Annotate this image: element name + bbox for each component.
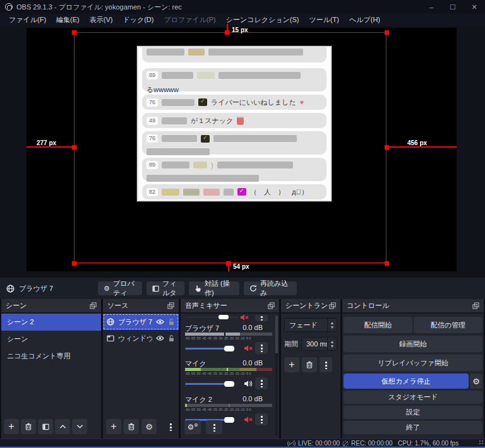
move-scene-up-button[interactable] bbox=[55, 419, 70, 434]
stop-virtual-camera-button[interactable]: 仮想カメラ停止 bbox=[344, 374, 469, 389]
stream-inactive-icon bbox=[287, 440, 296, 447]
audio-mixer-panel: 音声ミキサー ブラウザ 7 0.0 dB -60 -55 -50 -45 -40… bbox=[181, 299, 279, 439]
channel-menu-button[interactable] bbox=[255, 377, 268, 389]
maximize-button[interactable]: ☐ bbox=[442, 0, 464, 14]
popout-icon[interactable] bbox=[167, 302, 174, 309]
hand-pointer-icon bbox=[195, 285, 201, 292]
transition-select[interactable]: フェード ▲▼ bbox=[284, 318, 337, 332]
source-selection-rect[interactable] bbox=[74, 32, 386, 263]
visibility-eye-icon[interactable] bbox=[156, 335, 164, 341]
channel-menu-button[interactable] bbox=[255, 413, 268, 425]
mixer-scrollbar[interactable] bbox=[275, 315, 278, 436]
volume-slider-knob[interactable] bbox=[219, 315, 229, 319]
mute-speaker-icon[interactable] bbox=[244, 416, 253, 423]
spinner-arrows-icon[interactable]: ▲▼ bbox=[327, 319, 337, 331]
popout-icon[interactable] bbox=[90, 302, 97, 309]
menu-dock[interactable]: ドック(D) bbox=[117, 14, 159, 25]
trash-icon bbox=[25, 423, 32, 430]
source-item-windowcapture[interactable]: ウィンドウキ bbox=[103, 330, 179, 346]
obs-window: OBS 29.1.3 - プロファイル: yokogamen - シーン: re… bbox=[0, 0, 485, 448]
channel-menu-button[interactable] bbox=[255, 315, 268, 321]
properties-button[interactable]: ⚙ プロパティ bbox=[98, 281, 142, 295]
visibility-eye-icon[interactable] bbox=[156, 319, 164, 325]
transitions-panel: シーントランジ... フェード ▲▼ 期間 300 ms ▲▼ + bbox=[281, 299, 340, 439]
volume-slider[interactable] bbox=[185, 345, 239, 351]
advanced-audio-button[interactable]: ⚙⚙ bbox=[184, 420, 201, 434]
mute-speaker-icon[interactable] bbox=[240, 315, 249, 321]
channel-name: マイク 2 bbox=[185, 395, 212, 404]
lock-icon[interactable] bbox=[168, 318, 175, 326]
add-scene-button[interactable]: + bbox=[4, 419, 19, 434]
gear-icon: ⚙ bbox=[145, 422, 153, 432]
start-replay-buffer-button[interactable]: リプレイバッファ開始 bbox=[344, 355, 482, 371]
obs-logo-icon bbox=[5, 3, 13, 11]
source-properties-button[interactable]: ⚙ bbox=[141, 419, 157, 434]
volume-slider-knob[interactable] bbox=[224, 381, 234, 387]
volume-slider[interactable] bbox=[185, 380, 239, 387]
scene-item-nicolive[interactable]: ニコ生コメント専用 bbox=[1, 348, 101, 365]
duration-spinbox[interactable]: 300 ms ▲▼ bbox=[301, 337, 337, 351]
menu-help[interactable]: ヘルプ(H) bbox=[344, 14, 385, 25]
settings-button[interactable]: 設定 bbox=[344, 406, 482, 419]
start-streaming-button[interactable]: 配信開始 bbox=[344, 317, 412, 333]
sources-more-button[interactable] bbox=[165, 419, 176, 434]
rec-time: REC: 00:00:00 bbox=[351, 440, 393, 447]
scene-item-scene[interactable]: シーン bbox=[1, 331, 101, 348]
volume-slider-knob[interactable] bbox=[224, 417, 234, 423]
virtual-camera-settings-button[interactable]: ⚙ bbox=[470, 374, 482, 389]
spinner-arrows-icon[interactable]: ▲▼ bbox=[327, 338, 337, 350]
popout-icon[interactable] bbox=[268, 302, 275, 309]
manage-broadcast-button[interactable]: 配信の管理 bbox=[414, 317, 482, 333]
popout-icon[interactable] bbox=[472, 302, 479, 309]
resize-grip[interactable] bbox=[479, 440, 484, 445]
distance-line-right bbox=[386, 146, 457, 148]
menu-file[interactable]: ファイル(F) bbox=[4, 14, 51, 25]
mute-speaker-icon[interactable] bbox=[244, 345, 253, 352]
resize-handle-bottom-right[interactable] bbox=[385, 261, 389, 266]
chevron-down-icon bbox=[76, 424, 83, 429]
menu-scene-collection[interactable]: シーンコレクション(S) bbox=[221, 14, 304, 25]
popout-icon[interactable] bbox=[329, 302, 336, 309]
double-gear-icon: ⚙⚙ bbox=[187, 423, 198, 432]
menu-edit[interactable]: 編集(E) bbox=[51, 14, 85, 25]
mixer-menu-button[interactable] bbox=[206, 420, 222, 434]
close-button[interactable]: ✕ bbox=[464, 0, 485, 14]
resize-handle-top-left[interactable] bbox=[72, 30, 76, 35]
minimize-button[interactable]: – bbox=[421, 0, 442, 14]
menu-view[interactable]: 表示(V) bbox=[85, 14, 118, 25]
source-item-browser7[interactable]: ブラウザ 7 bbox=[103, 314, 179, 330]
meter-scale: -60 -55 -50 -45 -40 -35 -30 -25 -20 -15 … bbox=[185, 372, 265, 375]
remove-transition-button[interactable] bbox=[302, 357, 317, 372]
resize-handle-top-right[interactable] bbox=[385, 30, 389, 35]
transition-menu-button[interactable] bbox=[320, 357, 332, 372]
live-time: LIVE: 00:00:00 bbox=[298, 440, 340, 447]
scene-filters-button[interactable] bbox=[38, 419, 53, 434]
controls-panel: コントロール 配信開始 配信の管理 録画開始 リプレイバッファ開始 仮想カメラ停… bbox=[342, 299, 484, 439]
kebab-menu-icon bbox=[261, 379, 263, 387]
refresh-button[interactable]: 再読み込み bbox=[244, 281, 297, 295]
studio-mode-button[interactable]: スタジオモード bbox=[344, 391, 482, 404]
add-source-button[interactable]: + bbox=[106, 419, 121, 434]
volume-slider-knob[interactable] bbox=[224, 346, 234, 351]
volume-meter bbox=[185, 333, 272, 336]
scene-item-scene2[interactable]: シーン 2 bbox=[1, 314, 101, 331]
distance-label-right: 456 px bbox=[407, 139, 427, 146]
add-transition-button[interactable]: + bbox=[284, 357, 299, 372]
menu-tools[interactable]: ツール(T) bbox=[304, 14, 344, 25]
speaker-on-icon[interactable] bbox=[244, 380, 253, 387]
window-title: OBS 29.1.3 - プロファイル: yokogamen - シーン: re… bbox=[16, 3, 182, 12]
exit-button[interactable]: 終了 bbox=[344, 421, 482, 434]
resize-handle-bottom-left[interactable] bbox=[72, 261, 76, 266]
filter-icon bbox=[152, 285, 159, 292]
interact-button[interactable]: 対話 (操作) bbox=[189, 281, 239, 295]
move-scene-down-button[interactable] bbox=[72, 419, 87, 434]
remove-source-button[interactable] bbox=[124, 419, 139, 434]
start-recording-button[interactable]: 録画開始 bbox=[344, 336, 482, 352]
duration-label: 期間 bbox=[284, 339, 298, 349]
lock-icon[interactable] bbox=[168, 334, 175, 342]
menu-profile[interactable]: プロファイル(P) bbox=[159, 14, 220, 25]
channel-menu-button[interactable] bbox=[255, 342, 268, 354]
remove-scene-button[interactable] bbox=[21, 419, 36, 434]
kebab-menu-icon bbox=[325, 361, 327, 369]
filters-button[interactable]: フィルタ bbox=[147, 281, 184, 295]
